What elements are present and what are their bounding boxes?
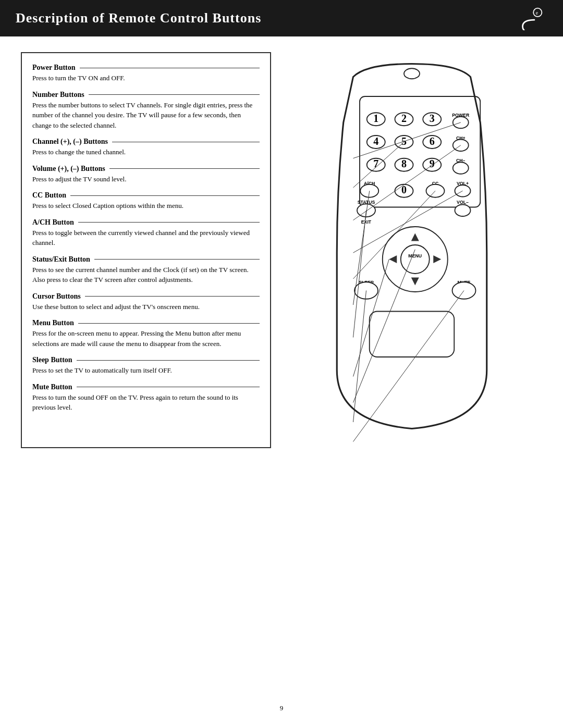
power-button-text: Press to turn the TV ON and OFF.	[32, 73, 260, 83]
status-exit-button-text: Press to see the current channel number …	[32, 265, 260, 285]
sleep-button-text: Press to set the TV to automatically tur…	[32, 365, 260, 376]
cc-button-text: Press to select Closed Caption options w…	[32, 201, 260, 211]
cursor-buttons-text: Use these button to select and adjust th…	[32, 302, 260, 312]
status-exit-button-title: Status/Exit Button	[32, 255, 260, 264]
desc-mute-button: Mute Button Press to turn the sound OFF …	[32, 383, 260, 413]
desc-status-exit-button: Status/Exit Button Press to see the curr…	[32, 255, 260, 285]
main-content: Power Button Press to turn the TV ON and…	[0, 36, 563, 464]
ach-button-title: A/CH Button	[32, 218, 260, 227]
mute-button-text: Press to turn the sound OFF on the TV. P…	[32, 392, 260, 413]
volume-buttons-title: Volume (+), (–) Buttons	[32, 165, 260, 173]
svg-text:8: 8	[401, 158, 407, 169]
svg-text:e: e	[535, 10, 538, 16]
desc-menu-button: Menu Button Press for the on-screen menu…	[32, 319, 260, 349]
desc-ach-button: A/CH Button Press to toggle between the …	[32, 218, 260, 248]
svg-text:7: 7	[373, 158, 378, 169]
menu-button-text: Press for the on-screen menu to appear. …	[32, 328, 260, 349]
desc-volume-buttons: Volume (+), (–) Buttons Press to adjust …	[32, 165, 260, 184]
desc-number-buttons: Number Buttons Press the number buttons …	[32, 91, 260, 131]
number-buttons-text: Press the number buttons to select TV ch…	[32, 100, 260, 131]
power-button-title: Power Button	[32, 64, 260, 72]
desc-power-button: Power Button Press to turn the TV ON and…	[32, 64, 260, 83]
desc-sleep-button: Sleep Button Press to set the TV to auto…	[32, 356, 260, 376]
sleep-button-title: Sleep Button	[32, 356, 260, 364]
desc-cursor-buttons: Cursor Buttons Use these button to selec…	[32, 292, 260, 312]
svg-text:2: 2	[401, 113, 407, 124]
mute-button-title: Mute Button	[32, 383, 260, 391]
remote-illustration: 1 2 3 POWER 4 5 6 CH+ 7 8	[282, 52, 542, 448]
number-buttons-title: Number Buttons	[32, 91, 260, 99]
svg-text:MENU: MENU	[408, 253, 422, 258]
remote-svg: 1 2 3 POWER 4 5 6 CH+ 7 8	[297, 57, 527, 448]
desc-cc-button: CC Button Press to select Closed Caption…	[32, 191, 260, 211]
svg-point-27	[453, 162, 469, 174]
menu-button-title: Menu Button	[32, 319, 260, 327]
svg-point-42	[401, 245, 430, 274]
page-header: Description of Remote Control Buttons e	[0, 0, 563, 36]
svg-text:1: 1	[373, 113, 378, 124]
svg-text:3: 3	[430, 113, 435, 124]
page-number: 9	[0, 699, 563, 718]
channel-buttons-title: Channel (+), (–) Buttons	[32, 138, 260, 146]
svg-point-39	[455, 205, 471, 217]
cc-button-title: CC Button	[32, 191, 260, 200]
page-title: Description of Remote Control Buttons	[16, 10, 261, 26]
svg-text:6: 6	[430, 135, 435, 147]
svg-text:EXIT: EXIT	[361, 219, 372, 225]
cursor-buttons-title: Cursor Buttons	[32, 292, 260, 301]
desc-channel-buttons: Channel (+), (–) Buttons Press to change…	[32, 138, 260, 157]
ach-button-text: Press to toggle between the currently vi…	[32, 228, 260, 248]
description-box: Power Button Press to turn the TV ON and…	[21, 52, 271, 448]
volume-buttons-text: Press to adjust the TV sound level.	[32, 174, 260, 184]
svg-text:4: 4	[373, 135, 378, 147]
svg-rect-52	[370, 312, 455, 357]
channel-buttons-text: Press to change the tuned channel.	[32, 147, 260, 157]
logo: e	[516, 5, 547, 31]
